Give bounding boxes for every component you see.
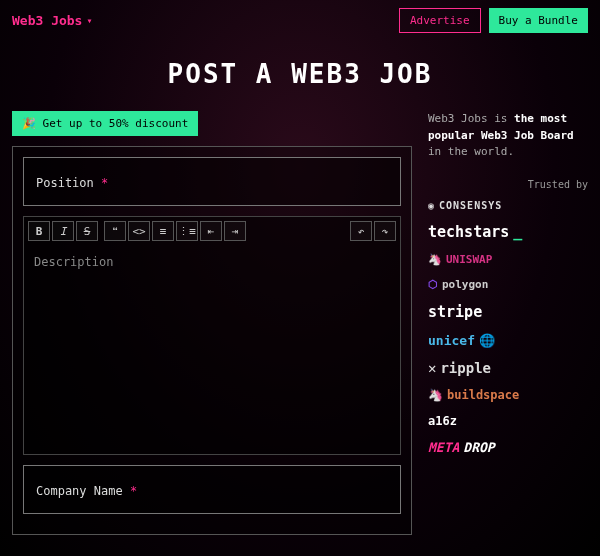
code-button[interactable]: <>: [128, 221, 150, 241]
top-header: Web3 Jobs ▾ Advertise Buy a Bundle: [0, 0, 600, 41]
polygon-logo: ⬡ polygon: [428, 278, 588, 291]
redo-button[interactable]: ↷: [374, 221, 396, 241]
ripple-logo: ✕ ripple: [428, 360, 588, 376]
italic-button[interactable]: I: [52, 221, 74, 241]
outdent-button[interactable]: ⇤: [200, 221, 222, 241]
buildspace-logo: 🦄 buildspace: [428, 388, 588, 402]
chevron-down-icon: ▾: [86, 15, 92, 26]
a16z-logo: a16z: [428, 414, 588, 428]
bullet-list-button[interactable]: ≡: [152, 221, 174, 241]
description-editor[interactable]: Description: [23, 245, 401, 455]
sidebar: Web3 Jobs is the most popular Web3 Job B…: [428, 111, 588, 535]
strikethrough-button[interactable]: S: [76, 221, 98, 241]
metadrop-logo: METADROP: [428, 440, 588, 455]
unicef-logo: unicef 🌐: [428, 333, 588, 348]
indent-button[interactable]: ⇥: [224, 221, 246, 241]
uniswap-logo: 🦄 UNISWAP: [428, 253, 588, 266]
tagline: Web3 Jobs is the most popular Web3 Job B…: [428, 111, 588, 161]
required-asterisk: *: [130, 484, 137, 498]
position-field[interactable]: Position *: [23, 157, 401, 206]
position-label: Position *: [36, 176, 108, 190]
bold-button[interactable]: B: [28, 221, 50, 241]
header-actions: Advertise Buy a Bundle: [399, 8, 588, 33]
company-name-field[interactable]: Company Name *: [23, 465, 401, 514]
quote-button[interactable]: ❝: [104, 221, 126, 241]
techstars-logo: techstars_: [428, 223, 588, 241]
form-column: 🎉 Get up to 50% discount Position * B I …: [12, 111, 412, 535]
consensys-logo: ◉ CONSENSYS: [428, 200, 588, 211]
buy-bundle-button[interactable]: Buy a Bundle: [489, 8, 588, 33]
required-asterisk: *: [101, 176, 108, 190]
trusted-by-label: Trusted by: [428, 179, 588, 190]
advertise-button[interactable]: Advertise: [399, 8, 481, 33]
brand-dropdown[interactable]: Web3 Jobs ▾: [12, 13, 92, 28]
main-content: 🎉 Get up to 50% discount Position * B I …: [0, 111, 600, 535]
brand-label: Web3 Jobs: [12, 13, 82, 28]
editor-toolbar: B I S ❝ <> ≡ ⋮≡ ⇤ ⇥ ↶ ↷: [23, 216, 401, 245]
discount-banner[interactable]: 🎉 Get up to 50% discount: [12, 111, 198, 136]
undo-button[interactable]: ↶: [350, 221, 372, 241]
page-title: POST A WEB3 JOB: [0, 59, 600, 89]
job-form: Position * B I S ❝ <> ≡ ⋮≡ ⇤ ⇥: [12, 146, 412, 535]
stripe-logo: stripe: [428, 303, 588, 321]
ordered-list-button[interactable]: ⋮≡: [176, 221, 198, 241]
logo-list: ◉ CONSENSYS techstars_ 🦄 UNISWAP ⬡ polyg…: [428, 200, 588, 455]
company-name-label: Company Name *: [36, 484, 137, 498]
